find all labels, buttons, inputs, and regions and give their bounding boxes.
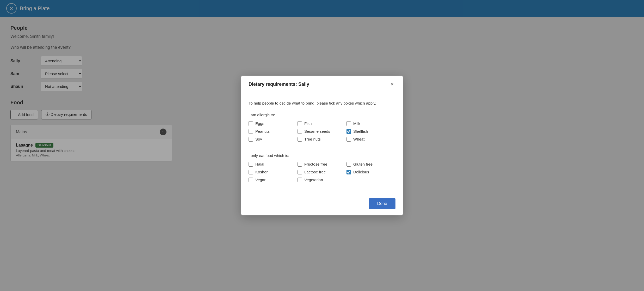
allergen-wheat-checkbox[interactable] [346, 137, 351, 142]
allergen-eggs-checkbox[interactable] [249, 121, 253, 126]
allergen-fish[interactable]: Fish [298, 121, 346, 126]
allergen-fish-checkbox[interactable] [298, 121, 302, 126]
modal-divider [249, 148, 395, 148]
pref-lactose-label: Lactose free [304, 170, 326, 174]
pref-kosher-label: Kosher [255, 170, 268, 174]
allergen-sesame[interactable]: Sesame seeds [298, 129, 346, 134]
allergen-soy-checkbox[interactable] [249, 137, 253, 142]
pref-lactose[interactable]: Lactose free [298, 170, 346, 174]
allergic-label: I am allergic to: [249, 113, 395, 117]
allergen-peanuts-label: Peanuts [255, 129, 270, 134]
modal-intro-text: To help people to decide what to bring, … [249, 100, 395, 106]
pref-delicious-checkbox[interactable] [346, 170, 351, 174]
pref-delicious[interactable]: Delicious [346, 170, 395, 174]
food-pref-label: I only eat food which is: [249, 153, 395, 158]
allergen-wheat-label: Wheat [353, 137, 364, 141]
pref-lactose-checkbox[interactable] [298, 170, 302, 174]
pref-halal[interactable]: Halal [249, 162, 298, 167]
modal-overlay[interactable]: Dietary requirements: Sally × To help pe… [0, 0, 644, 291]
done-button[interactable]: Done [369, 198, 395, 209]
allergen-fish-label: Fish [304, 121, 312, 126]
pref-kosher[interactable]: Kosher [249, 170, 298, 174]
allergen-shellfish-label: Shellfish [353, 129, 368, 134]
pref-gluten[interactable]: Gluten free [346, 162, 395, 167]
allergen-shellfish-checkbox[interactable] [346, 129, 351, 134]
pref-fructose[interactable]: Fructose free [298, 162, 346, 167]
allergen-wheat[interactable]: Wheat [346, 137, 395, 142]
modal-header: Dietary requirements: Sally × [241, 76, 403, 93]
allergen-treenuts-checkbox[interactable] [298, 137, 302, 142]
allergen-peanuts[interactable]: Peanuts [249, 129, 298, 134]
allergen-eggs[interactable]: Eggs [249, 121, 298, 126]
allergen-soy[interactable]: Soy [249, 137, 298, 142]
pref-vegan-checkbox[interactable] [249, 178, 253, 182]
pref-vegetarian[interactable]: Vegetarian [298, 178, 346, 182]
allergen-sesame-label: Sesame seeds [304, 129, 330, 134]
allergen-sesame-checkbox[interactable] [298, 129, 302, 134]
pref-vegetarian-checkbox[interactable] [298, 178, 302, 182]
allergen-milk[interactable]: Milk [346, 121, 395, 126]
pref-vegetarian-label: Vegetarian [304, 178, 323, 182]
pref-halal-label: Halal [255, 162, 264, 166]
allergen-milk-checkbox[interactable] [346, 121, 351, 126]
pref-fructose-checkbox[interactable] [298, 162, 302, 167]
allergen-peanuts-checkbox[interactable] [249, 129, 253, 134]
pref-kosher-checkbox[interactable] [249, 170, 253, 174]
modal-footer: Done [241, 194, 403, 215]
modal-close-button[interactable]: × [389, 81, 395, 88]
allergen-checkboxes: Eggs Fish Milk Peanuts Sesame seeds [249, 121, 395, 142]
food-pref-checkboxes: Halal Fructose free Gluten free Kosher L… [249, 162, 395, 182]
pref-delicious-label: Delicious [353, 170, 369, 174]
modal-title: Dietary requirements: Sally [249, 82, 309, 87]
pref-gluten-checkbox[interactable] [346, 162, 351, 167]
allergen-shellfish[interactable]: Shellfish [346, 129, 395, 134]
dietary-modal: Dietary requirements: Sally × To help pe… [241, 76, 403, 215]
pref-vegan-label: Vegan [255, 178, 267, 182]
pref-vegan[interactable]: Vegan [249, 178, 298, 182]
allergen-treenuts[interactable]: Tree nuts [298, 137, 346, 142]
pref-fructose-label: Fructose free [304, 162, 327, 166]
allergen-eggs-label: Eggs [255, 121, 264, 126]
pref-gluten-label: Gluten free [353, 162, 373, 166]
modal-body: To help people to decide what to bring, … [241, 93, 403, 194]
allergen-milk-label: Milk [353, 121, 360, 126]
pref-halal-checkbox[interactable] [249, 162, 253, 167]
allergen-treenuts-label: Tree nuts [304, 137, 321, 141]
allergen-soy-label: Soy [255, 137, 262, 141]
